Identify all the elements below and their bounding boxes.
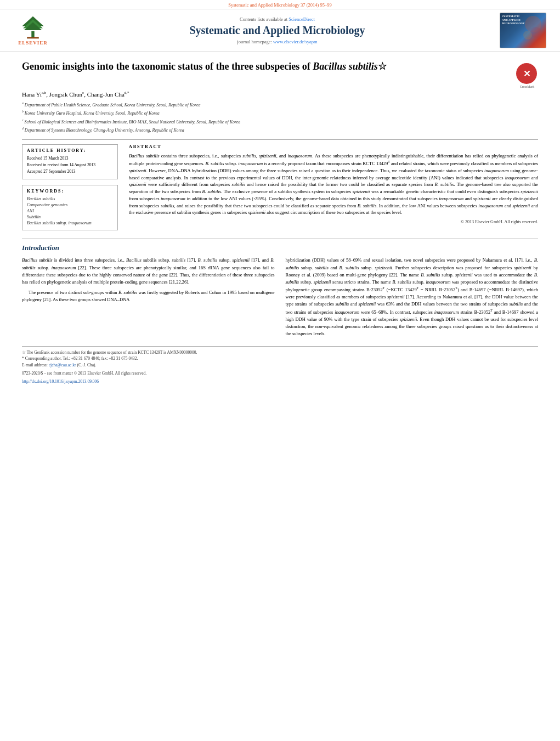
cover-decoration-icon [500,13,546,48]
svg-rect-4 [27,37,39,39]
corresponding-footnote: * Corresponding author. Tel.: +82 31 670… [22,355,538,361]
abstract-title: ABSTRACT [129,144,538,149]
introduction-title: Introduction [22,244,538,252]
journal-homepage-link[interactable]: www.elsevier.de/syapm [273,39,318,44]
journal-citation: Systematic and Applied Microbiology 37 (… [0,0,560,9]
keyword-4: Subtilin [27,214,113,219]
section-divider [22,139,538,140]
article-info-box: Article history: Received 15 March 2013 … [22,144,118,179]
crossmark-icon: ✕ [516,63,537,84]
journal-title: Systematic and Applied Microbiology [60,24,494,37]
contents-available-text: Contents lists available at ScienceDirec… [60,16,494,22]
footnote-area: ☆ The GenBank accession number for the g… [22,346,538,384]
keyword-1: Bacillus subtilis [27,196,113,201]
keywords-box: Keywords: Bacillus subtilis Comparative … [22,185,118,230]
keywords-title: Keywords: [27,189,113,194]
email-link[interactable]: cjcha@cau.ac.kr [49,363,76,367]
authors: Hana Yia,b, Jongsik Chunc, Chang-Jun Cha… [22,90,538,98]
intro-para-3: hybridization (DDH) values of 58–69% and… [286,257,539,337]
svg-point-6 [530,27,541,38]
affiliation-c: c School of Biological Sciences and Bioi… [22,118,538,126]
doi-line: http://dx.doi.org/10.1016/j.syapm.2013.0… [22,378,538,384]
page: Systematic and Applied Microbiology 37 (… [0,0,560,741]
journal-cover-area: SYSTEMATICAND APPLIEDMICROBIOLOGY [500,13,549,48]
article-info-title: Article history: [27,148,113,153]
keyword-5: Bacillus subtilis subsp. inaquosorum [27,220,113,225]
copyright-line: © 2013 Elsevier GmbH. All rights reserve… [129,219,538,224]
article-info-column: Article history: Received 15 March 2013 … [22,144,118,230]
elsevier-logo: ELSEVIER [11,15,55,46]
info-abstract-section: Article history: Received 15 March 2013 … [22,144,538,230]
sciencedirect-link[interactable]: ScienceDirect [289,16,315,22]
journal-header: ELSEVIER Contents lists available at Sci… [0,9,560,52]
journal-homepage: journal homepage: www.elsevier.de/syapm [60,39,494,44]
accepted-date: Accepted 27 September 2013 [27,169,113,174]
elsevier-brand-text: ELSEVIER [18,40,48,46]
keyword-2: Comparative genomics [27,202,113,207]
svg-rect-0 [31,31,34,38]
intro-para-1: Bacillus subtilis is divided into three … [22,257,275,286]
affiliation-a: a Department of Public Health Science, G… [22,101,538,109]
body-text: Bacillus subtilis is divided into three … [22,257,538,341]
intro-para-2: The presence of two distinct sub-groups … [22,289,275,303]
section-divider-2 [22,239,538,239]
star-footnote: ☆ The GenBank accession number for the g… [22,349,538,355]
body-col-left: Bacillus subtilis is divided into three … [22,257,275,341]
journal-cover-image: SYSTEMATICAND APPLIEDMICROBIOLOGY [500,13,546,48]
affiliation-b: b Korea University Guro Hospital, Korea … [22,109,538,117]
received-date: Received 15 March 2013 [27,156,113,161]
body-col-right: hybridization (DDH) values of 58–69% and… [286,257,539,341]
affiliation-d: d Department of Systems Biotechnology, C… [22,126,538,134]
svg-point-7 [523,31,532,39]
abstract-text: Bacillus subtilis contains three subspec… [129,152,538,216]
main-content: Genomic insights into the taxonomic stat… [0,52,560,390]
revised-date: Received in revised form 14 August 2013 [27,162,113,167]
elsevier-tree-icon [16,15,49,40]
email-footnote: E-mail address: cjcha@cau.ac.kr (C.-J. C… [22,362,538,368]
crossmark-label: CrossMark [516,85,538,88]
issn-line: 0723-2020/$ – see front matter © 2013 El… [22,370,538,376]
doi-link[interactable]: http://dx.doi.org/10.1016/j.syapm.2013.0… [22,379,99,384]
article-title-section: Genomic insights into the taxonomic stat… [22,60,538,85]
crossmark-badge: ✕ CrossMark [516,63,538,85]
article-title-text: Genomic insights into the taxonomic stat… [22,60,511,75]
article-title: Genomic insights into the taxonomic stat… [22,60,511,73]
journal-citation-text: Systematic and Applied Microbiology 37 (… [228,2,331,8]
affiliations: a Department of Public Health Science, G… [22,101,538,134]
journal-header-center: Contents lists available at ScienceDirec… [60,16,494,44]
abstract-column: ABSTRACT Bacillus subtilis contains thre… [129,144,538,230]
introduction-section: Introduction Bacillus subtilis is divide… [22,244,538,341]
keyword-3: ANI [27,208,113,213]
